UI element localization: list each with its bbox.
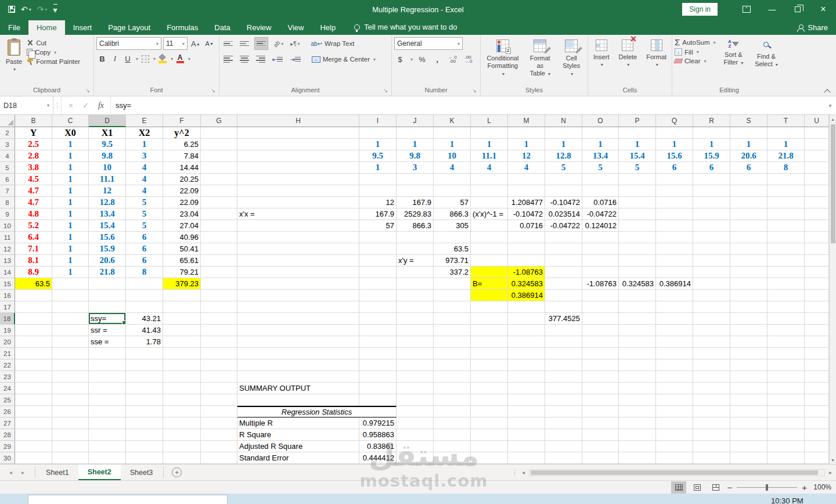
cell-L26[interactable] [471, 406, 508, 417]
cell-O27[interactable] [582, 417, 619, 429]
cell-R27[interactable] [693, 417, 730, 429]
cell-E10[interactable]: 5 [126, 220, 163, 232]
cell-G16[interactable] [201, 290, 237, 301]
cell-F18[interactable] [163, 313, 201, 325]
cell-J7[interactable] [397, 185, 434, 197]
cell-Q13[interactable] [656, 255, 693, 267]
italic-button[interactable]: I [109, 52, 121, 65]
cell-P7[interactable] [619, 185, 656, 197]
cell-O12[interactable] [582, 243, 619, 255]
cell-U15[interactable] [805, 278, 829, 290]
column-header-T[interactable]: T [767, 115, 805, 127]
cell-D11[interactable]: 15.6 [89, 232, 126, 243]
cell-M28[interactable] [508, 429, 545, 441]
cell-G9[interactable] [201, 208, 237, 220]
cell-K20[interactable] [434, 336, 471, 348]
cell-D20[interactable]: sse = [89, 336, 126, 348]
cell-I2[interactable] [359, 127, 397, 139]
cell-H30[interactable]: Standard Error [237, 452, 359, 464]
minimize-button[interactable]: — [759, 0, 785, 19]
cell-G24[interactable] [201, 383, 237, 394]
cell-P19[interactable] [619, 325, 656, 336]
cell-D29[interactable] [89, 441, 126, 452]
cell-K29[interactable] [434, 441, 471, 452]
cell-R15[interactable] [693, 278, 730, 290]
cell-U28[interactable] [805, 429, 829, 441]
cell-E6[interactable]: 4 [126, 174, 163, 185]
cell-F16[interactable] [163, 290, 201, 301]
cell-M3[interactable]: 1 [508, 139, 545, 150]
align-center-icon[interactable] [238, 53, 251, 66]
cell-C18[interactable] [52, 313, 89, 325]
cell-U6[interactable] [805, 174, 829, 185]
cell-J18[interactable] [397, 313, 434, 325]
cell-B8[interactable]: 4.7 [15, 197, 52, 208]
bottom-align-icon[interactable] [254, 37, 268, 50]
cell-N21[interactable] [545, 348, 582, 359]
cell-N30[interactable] [545, 452, 582, 464]
cell-C3[interactable]: 1 [52, 139, 89, 150]
cell-C23[interactable] [52, 371, 89, 383]
cell-L29[interactable] [471, 441, 508, 452]
ribbon-display-options-icon[interactable]: ^ [734, 0, 759, 19]
tab-file[interactable]: File [0, 20, 28, 35]
cell-L13[interactable] [471, 255, 508, 267]
row-header-11[interactable]: 11 [0, 232, 15, 243]
row-header-25[interactable]: 25 [0, 394, 15, 406]
cell-K30[interactable] [434, 452, 471, 464]
cell-G22[interactable] [201, 359, 237, 371]
cell-U17[interactable] [805, 301, 829, 313]
cell-M30[interactable] [508, 452, 545, 464]
zoom-in-icon[interactable]: + [802, 483, 807, 492]
cell-I13[interactable] [359, 255, 397, 267]
cell-L9[interactable]: (x'x)^-1 = [471, 208, 508, 220]
cell-J10[interactable]: 866.3 [397, 220, 434, 232]
cell-F27[interactable] [163, 417, 201, 429]
cell-C7[interactable]: 1 [52, 185, 89, 197]
row-header-7[interactable]: 7 [0, 185, 15, 197]
cell-S6[interactable] [730, 174, 767, 185]
column-header-N[interactable]: N [545, 115, 582, 127]
cell-T22[interactable] [767, 359, 805, 371]
row-header-10[interactable]: 10 [0, 220, 15, 232]
cell-K24[interactable] [434, 383, 471, 394]
column-header-C[interactable]: C [52, 115, 89, 127]
cell-D17[interactable] [89, 301, 126, 313]
cell-M5[interactable]: 4 [508, 162, 545, 174]
cell-I22[interactable] [359, 359, 397, 371]
cell-O24[interactable] [582, 383, 619, 394]
cell-M11[interactable] [508, 232, 545, 243]
cell-G2[interactable] [201, 127, 237, 139]
cell-E15[interactable] [126, 278, 163, 290]
row-header-6[interactable]: 6 [0, 174, 15, 185]
cell-O21[interactable] [582, 348, 619, 359]
cell-D3[interactable]: 9.5 [89, 139, 126, 150]
cell-O23[interactable] [582, 371, 619, 383]
cell-P24[interactable] [619, 383, 656, 394]
cell-N2[interactable] [545, 127, 582, 139]
cell-C13[interactable]: 1 [52, 255, 89, 267]
cell-O6[interactable] [582, 174, 619, 185]
cell-C17[interactable] [52, 301, 89, 313]
increase-decimal-icon[interactable]: ←.0.00 [446, 53, 459, 66]
restore-button[interactable] [785, 0, 810, 19]
cell-L12[interactable] [471, 243, 508, 255]
cell-B3[interactable]: 2.5 [15, 139, 52, 150]
cell-T15[interactable] [767, 278, 805, 290]
cell-O16[interactable] [582, 290, 619, 301]
cell-F10[interactable]: 27.04 [163, 220, 201, 232]
cell-T20[interactable] [767, 336, 805, 348]
row-header-21[interactable]: 21 [0, 348, 15, 359]
cell-N11[interactable] [545, 232, 582, 243]
cell-E19[interactable]: 41.43 [126, 325, 163, 336]
cell-K16[interactable] [434, 290, 471, 301]
cell-S18[interactable] [730, 313, 767, 325]
cell-C30[interactable] [52, 452, 89, 464]
cell-B6[interactable]: 4.5 [15, 174, 52, 185]
cell-R14[interactable] [693, 267, 730, 278]
undo-icon[interactable]: ↶▾ [21, 5, 31, 14]
cell-K9[interactable]: 866.3 [434, 208, 471, 220]
cell-G10[interactable] [201, 220, 237, 232]
clear-button[interactable]: Clear▾ [675, 57, 716, 64]
cell-I8[interactable]: 12 [359, 197, 397, 208]
